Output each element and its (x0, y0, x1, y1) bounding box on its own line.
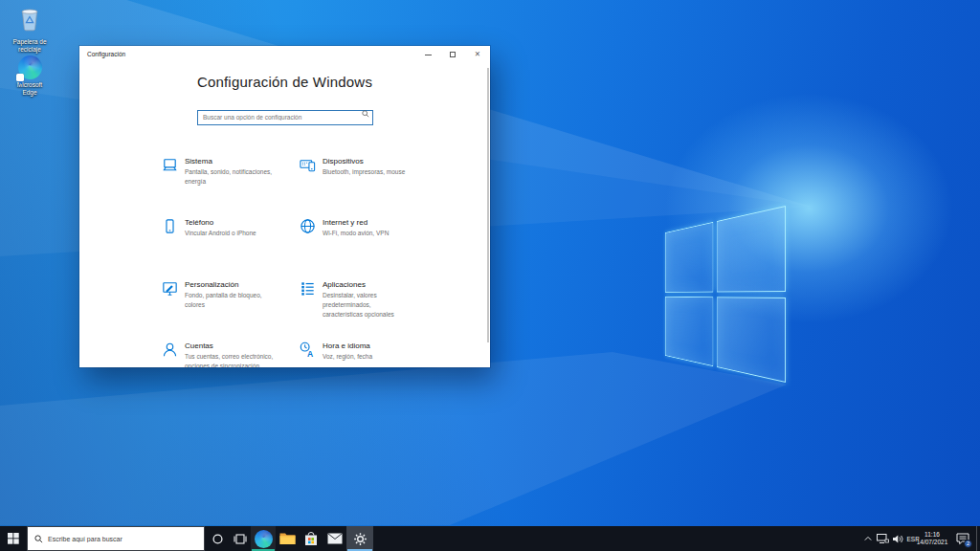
network-status-button[interactable] (875, 526, 890, 551)
minimize-icon (425, 55, 432, 55)
category-title: Personalización (185, 280, 298, 289)
tray-time: 11:16 (924, 531, 940, 539)
category-desc: Vincular Android o iPhone (185, 229, 298, 238)
ethernet-network-icon (877, 534, 889, 544)
taskbar-edge-button[interactable] (251, 526, 276, 551)
speaker-icon (893, 535, 903, 543)
wallpaper-windows-logo (665, 206, 786, 383)
taskbar-search-box[interactable] (27, 526, 205, 551)
devices-icon (299, 156, 317, 174)
time-language-icon: A (299, 341, 317, 359)
category-desc: Tus cuentas, correo electrónico, opcione… (185, 352, 298, 367)
notification-count-badge: 2 (964, 540, 972, 548)
clock[interactable]: 11:16 14/07/2021 (913, 526, 951, 551)
apps-icon (299, 279, 317, 298)
category-title: Dispositivos (323, 157, 435, 165)
close-button[interactable]: ✕ (465, 46, 490, 63)
search-icon (34, 535, 43, 543)
windows-logo-icon (8, 533, 19, 544)
category-desc: Bluetooth, impresoras, mouse (323, 167, 435, 177)
category-aplicaciones[interactable]: Aplicaciones Desinstalar, valores predet… (299, 279, 435, 320)
cortana-icon (212, 534, 223, 544)
category-desc: Fondo, pantalla de bloqueo, colores (185, 291, 298, 310)
logo-pane (717, 206, 786, 292)
cortana-button[interactable] (205, 526, 230, 551)
file-explorer-icon (279, 532, 296, 545)
category-telefono[interactable]: Teléfono Vincular Android o iPhone (161, 217, 298, 238)
volume-button[interactable] (890, 526, 905, 551)
microsoft-store-icon (303, 532, 319, 546)
category-title: Internet y red (323, 218, 435, 227)
mail-button[interactable] (323, 526, 346, 551)
personalization-icon (161, 279, 179, 298)
settings-header: Configuración de Windows (79, 74, 490, 90)
window-title: Configuración (87, 51, 125, 57)
show-hidden-icons-button[interactable] (860, 526, 875, 551)
category-title: Aplicaciones (323, 280, 435, 289)
category-dispositivos[interactable]: Dispositivos Bluetooth, impresoras, mous… (299, 156, 435, 177)
category-desc: Desinstalar, valores predeterminados, ca… (323, 291, 435, 320)
category-desc: Voz, región, fecha (323, 352, 435, 362)
category-title: Teléfono (185, 218, 298, 227)
task-view-button[interactable] (230, 526, 251, 551)
category-internet-red[interactable]: Internet y red Wi-Fi, modo avión, VPN (299, 217, 435, 238)
start-button[interactable] (0, 526, 27, 551)
minimize-button[interactable] (415, 46, 440, 63)
desktop-icon-microsoft-edge[interactable]: Microsoft Edge (2, 55, 57, 97)
settings-search-input[interactable] (197, 110, 373, 125)
taskbar-settings-button[interactable] (346, 526, 373, 551)
category-cuentas[interactable]: Cuentas Tus cuentas, correo electrónico,… (161, 341, 298, 367)
gear-icon (353, 532, 368, 546)
desktop-icon-label: Papelera de reciclaje (2, 38, 57, 54)
edge-icon (18, 55, 42, 79)
tray-date: 14/07/2021 (917, 539, 948, 546)
accounts-icon (161, 341, 179, 359)
search-icon (362, 110, 369, 118)
action-center-button[interactable]: 2 (951, 526, 974, 551)
category-desc: Pantalla, sonido, notificaciones, energí… (185, 167, 298, 187)
category-title: Cuentas (185, 342, 298, 350)
globe-icon (299, 217, 317, 235)
taskbar: ESP 11:16 14/07/2021 2 (0, 526, 980, 551)
desktop-icon-label: Microsoft Edge (2, 81, 57, 97)
logo-pane (717, 297, 786, 383)
category-sistema[interactable]: Sistema Pantalla, sonido, notificaciones… (161, 156, 298, 187)
phone-icon (161, 217, 179, 235)
category-desc: Wi-Fi, modo avión, VPN (323, 229, 435, 238)
settings-window: Configuración ✕ Configuración de Windows… (79, 46, 490, 367)
logo-pane (665, 297, 713, 366)
desktop-icon-recycle-bin[interactable]: Papelera de reciclaje (2, 7, 57, 54)
system-icon (161, 156, 179, 174)
task-view-icon (234, 534, 247, 544)
shortcut-arrow-icon (16, 74, 24, 81)
microsoft-store-button[interactable] (299, 526, 323, 551)
recycle-bin-icon (16, 7, 43, 33)
show-desktop-button[interactable] (976, 526, 980, 551)
window-scrollbar[interactable] (487, 68, 489, 342)
window-titlebar[interactable]: Configuración ✕ (79, 46, 490, 63)
category-title: Hora e idioma (323, 342, 435, 350)
file-explorer-button[interactable] (276, 526, 299, 551)
category-personalizacion[interactable]: Personalización Fondo, pantalla de bloqu… (161, 279, 298, 310)
windows-desktop: Papelera de reciclaje Microsoft Edge Con… (0, 0, 980, 551)
category-title: Sistema (185, 157, 298, 165)
maximize-icon (450, 52, 456, 57)
close-icon: ✕ (475, 51, 480, 58)
taskbar-search-input[interactable] (48, 536, 182, 542)
edge-icon (255, 530, 273, 548)
chevron-up-icon (864, 536, 872, 541)
mail-icon (327, 533, 343, 544)
svg-text:A: A (307, 349, 313, 359)
maximize-button[interactable] (440, 46, 465, 63)
category-hora-idioma[interactable]: A Hora e idioma Voz, región, fecha (299, 341, 435, 362)
logo-pane (665, 222, 713, 292)
